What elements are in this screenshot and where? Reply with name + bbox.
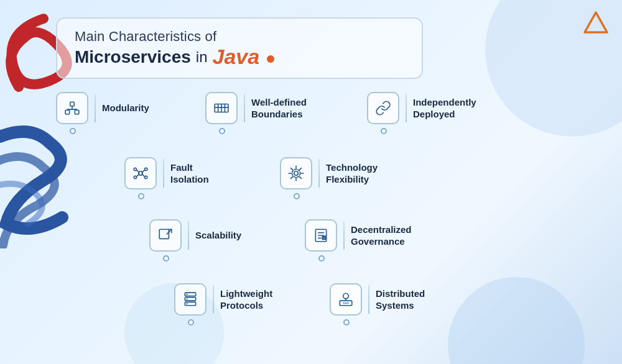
tech-flex-icon [288, 165, 304, 181]
gov-label: DecentralizedGovernance [351, 224, 412, 248]
svg-point-22 [292, 170, 300, 178]
card-distributed-systems: DistributedSystems [330, 283, 425, 316]
gov-icon [313, 227, 329, 243]
scalability-icon [157, 227, 174, 243]
fault-isolation-label: FaultIsolation [170, 162, 209, 186]
protocols-dot [188, 319, 194, 325]
protocols-divider [213, 285, 214, 314]
modularity-icon-wrap [56, 92, 88, 124]
deployed-icon [375, 100, 391, 116]
scalability-dot [163, 255, 169, 262]
deployed-divider [406, 94, 407, 122]
tech-flex-dot [294, 193, 300, 199]
svg-point-34 [187, 303, 188, 304]
protocols-label: LightweightProtocols [220, 288, 272, 312]
card-well-defined-boundaries: Well-definedBoundaries [205, 92, 307, 124]
svg-point-32 [187, 294, 188, 295]
card-technology-flexibility: TechnologyFlexibility [280, 157, 378, 189]
tech-flex-label: TechnologyFlexibility [326, 162, 378, 186]
modularity-label: Modularity [102, 102, 149, 114]
svg-point-21 [294, 171, 299, 176]
svg-line-19 [137, 174, 139, 176]
modularity-icon [64, 100, 80, 116]
protocols-icon [182, 291, 198, 307]
protocols-icon-wrap [174, 283, 207, 316]
svg-point-37 [345, 303, 346, 304]
card-scalability: Scalability [149, 219, 241, 252]
modularity-divider [95, 94, 96, 122]
deployed-icon-wrap [367, 92, 399, 124]
tech-flex-icon-wrap [280, 157, 312, 189]
svg-rect-3 [75, 110, 79, 114]
deployed-dot [381, 128, 387, 134]
fault-isolation-icon [132, 165, 149, 181]
title-line2: Microservices in Java [75, 45, 404, 69]
boundaries-divider [244, 94, 245, 122]
bg-decoration-bottom-right [448, 277, 585, 364]
svg-rect-1 [70, 102, 75, 106]
scalability-icon-wrap [149, 219, 182, 252]
svg-line-18 [142, 170, 144, 173]
fault-isolation-dot [138, 193, 144, 199]
scalability-label: Scalability [195, 229, 241, 242]
title-microservices: Microservices [75, 47, 191, 67]
svg-marker-0 [585, 12, 607, 32]
boundaries-icon-wrap [205, 92, 238, 124]
modularity-dot [70, 128, 76, 134]
scalability-divider [188, 221, 189, 250]
fault-isolation-icon-wrap [124, 157, 157, 189]
distributed-divider [368, 285, 369, 314]
svg-point-36 [343, 293, 349, 299]
svg-rect-2 [65, 110, 70, 114]
card-fault-isolation: FaultIsolation [124, 157, 209, 189]
title-dot-decoration [267, 55, 274, 63]
title-java: Java [212, 45, 259, 69]
title-in: in [196, 48, 208, 66]
boundaries-dot [219, 128, 225, 134]
card-decentralized-governance: DecentralizedGovernance [305, 219, 412, 252]
card-independently-deployed: IndependentlyDeployed [367, 92, 476, 124]
fault-isolation-divider [163, 159, 164, 188]
boundaries-label: Well-definedBoundaries [251, 96, 307, 121]
gov-icon-wrap [305, 219, 337, 252]
card-lightweight-protocols: LightweightProtocols [174, 283, 272, 316]
svg-point-33 [187, 298, 188, 299]
brand-logo [583, 11, 608, 36]
distributed-label: DistributedSystems [376, 288, 425, 312]
boundaries-icon [213, 100, 230, 116]
title-line1: Main Characteristics of [75, 29, 404, 45]
distributed-icon [338, 291, 354, 307]
card-modularity: Modularity [56, 92, 149, 124]
distributed-dot [343, 319, 350, 325]
deployed-label: IndependentlyDeployed [413, 96, 476, 121]
svg-line-20 [142, 174, 144, 176]
distributed-icon-wrap [330, 283, 362, 316]
gov-dot [318, 255, 325, 262]
svg-line-17 [137, 170, 139, 173]
gov-divider [343, 221, 345, 250]
title-box: Main Characteristics of Microservices in… [56, 17, 423, 79]
tech-flex-divider [318, 159, 320, 188]
